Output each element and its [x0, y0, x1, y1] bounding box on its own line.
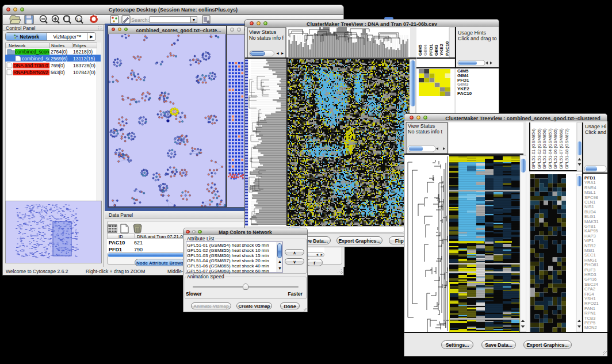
svg-text:View Status: View Status	[408, 123, 435, 129]
svg-text:MON2: MON2	[584, 325, 597, 330]
svg-text:PAC10: PAC10	[445, 41, 450, 56]
svg-text:Usage Hi: Usage Hi	[585, 124, 606, 129]
svg-text:Click and drag to: Click and drag to	[458, 36, 497, 41]
svg-text:GPL51-08 (GSM872): GPL51-08 (GSM872)	[564, 128, 569, 169]
svg-text:GPL51-03 (GSM856): GPL51-03 (GSM856)	[542, 128, 547, 169]
svg-text:PFD1: PFD1	[429, 44, 434, 56]
svg-text:Click and: Click and	[585, 129, 606, 135]
svg-text:GIM5: GIM5	[418, 44, 423, 56]
svg-text:No status info t: No status info t	[408, 129, 443, 135]
svg-text:GIM4: GIM4	[423, 44, 428, 56]
svg-text:PAC10: PAC10	[457, 91, 472, 96]
svg-text:GPL51-02 (GSM855): GPL51-02 (GSM855)	[537, 128, 542, 169]
svg-text:GPL51-01 (GSM854): GPL51-01 (GSM854)	[531, 128, 536, 169]
svg-text:YKE2: YKE2	[439, 44, 444, 56]
svg-text:GIM3: GIM3	[434, 44, 439, 56]
svg-text:Usage Hints: Usage Hints	[458, 30, 487, 36]
svg-text:GPL51-07 (GSM868): GPL51-07 (GSM868)	[559, 128, 564, 169]
svg-text:GPL51-04 (GSM857): GPL51-04 (GSM857)	[548, 128, 553, 169]
svg-text:GPL51-06 (GSM865): GPL51-06 (GSM865)	[553, 128, 558, 169]
